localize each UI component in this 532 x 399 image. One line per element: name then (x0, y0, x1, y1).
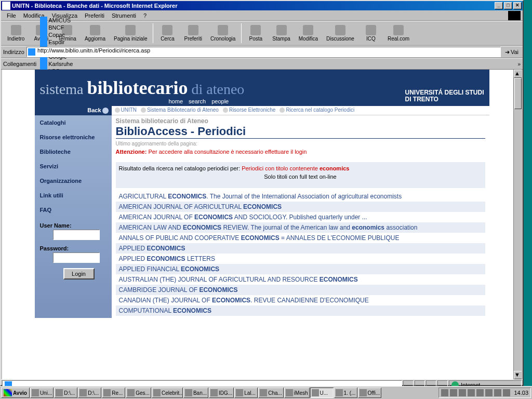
vertical-scrollbar[interactable]: ▲ ▼ (513, 70, 522, 379)
result-row[interactable]: CAMBRIDGE JOURNAL OF ECONOMICS (116, 285, 485, 295)
toolbar-posta[interactable]: Posta (243, 24, 268, 43)
toolbar-preferiti[interactable]: Preferiti (180, 24, 206, 43)
tray-icon[interactable] (459, 389, 466, 396)
scroll-down-button[interactable]: ▼ (514, 371, 522, 379)
link-bncf[interactable]: BNCF (38, 24, 76, 31)
task-button[interactable]: Ban... (183, 388, 208, 398)
link-espdir[interactable]: Espdir (38, 38, 76, 46)
go-button[interactable]: ➜ Vai (503, 49, 521, 56)
nav-people[interactable]: people (211, 98, 229, 104)
breadcrumb-item[interactable]: Risorse Elettroniche (229, 107, 275, 113)
nav-search[interactable]: search (189, 98, 206, 104)
toolbar-pagina iniziale[interactable]: Pagina iniziale (110, 24, 152, 43)
task-button[interactable]: 1. (... (334, 388, 357, 398)
link-karlsruhe[interactable]: Karlsruhe (38, 60, 76, 68)
task-button[interactable]: Re... (102, 388, 125, 398)
task-button[interactable]: Celebrit... (152, 388, 183, 398)
task-button[interactable]: Offi... (358, 388, 382, 398)
login-button[interactable]: Login (63, 268, 95, 280)
tray-icon[interactable] (468, 389, 475, 396)
tray-icon[interactable] (503, 389, 510, 396)
task-button[interactable]: iMesh (284, 388, 310, 398)
task-button[interactable]: Uni... (30, 388, 54, 398)
task-button[interactable]: Lal... (234, 388, 258, 398)
back-link[interactable]: Back (35, 106, 112, 115)
maximize-button[interactable]: □ (504, 2, 512, 9)
tray-icon[interactable] (485, 389, 493, 396)
scroll-up-button[interactable]: ▲ (514, 70, 522, 78)
menu-file[interactable]: File (3, 11, 20, 20)
breadcrumb-item[interactable]: Sistema Bibliotecario di Ateneo (147, 107, 219, 113)
toolbar-cronologia[interactable]: Cronologia (206, 24, 240, 43)
task-button[interactable]: D:\... (54, 388, 77, 398)
toolbar-modifica[interactable]: Modifica (295, 24, 322, 43)
result-row[interactable]: APPLIED ECONOMICS LETTERS (116, 254, 485, 264)
toolbar-cerca[interactable]: Cerca (155, 24, 180, 43)
tray-icon[interactable] (494, 389, 501, 396)
toolbar-discussione[interactable]: Discussione (322, 24, 358, 43)
link-icon (40, 38, 47, 46)
sidebar-item-organizzazione[interactable]: Organizzazione (35, 174, 112, 188)
sidebar-item-servizi[interactable]: Servizi (35, 159, 112, 174)
task-icon (236, 389, 243, 396)
menu-strumenti[interactable]: Strumenti (108, 11, 140, 20)
result-row[interactable]: CANADIAN (THE) JOURNAL OF ECONOMICS. REV… (116, 295, 485, 305)
tray-icon[interactable] (450, 389, 457, 396)
toolbar-indietro[interactable]: Indietro (3, 24, 29, 43)
link-icon (40, 60, 47, 68)
task-button[interactable]: Cha... (258, 388, 284, 398)
toolbar-aggiorna[interactable]: Aggiorna (81, 24, 110, 43)
icq-icon (366, 25, 376, 35)
link-copac[interactable]: Copac (38, 31, 76, 38)
result-row[interactable]: APPLIED FINANCIAL ECONOMICS (116, 264, 485, 274)
link-amicus[interactable]: AMICUS (38, 17, 76, 24)
username-input[interactable] (53, 230, 100, 240)
scroll-thumb[interactable] (514, 78, 522, 109)
toolbar-real.com[interactable]: Real.com (383, 24, 414, 43)
pagina iniziale-icon (125, 25, 136, 35)
result-row[interactable]: AMERICAN JOURNAL OF ECONOMICS AND SOCIOL… (116, 212, 485, 222)
breadcrumb-item[interactable]: UNITN (121, 107, 137, 113)
sidebar-item-biblioteche[interactable]: Biblioteche (35, 144, 112, 159)
task-button[interactable]: D:\... (78, 388, 101, 398)
result-row[interactable]: APPLIED ECONOMICS (116, 243, 485, 254)
toolbar-icq[interactable]: ICQ (358, 24, 383, 43)
toolbar-stampa[interactable]: Stampa (268, 24, 294, 43)
task-icon (312, 389, 319, 396)
task-button[interactable]: U... (310, 388, 334, 398)
tray-icon[interactable] (441, 389, 448, 396)
indietro-icon (11, 25, 21, 35)
task-icon (153, 389, 161, 396)
sidebar-item-risorse-elettroniche[interactable]: Risorse elettroniche (35, 130, 112, 144)
address-input[interactable]: http://www.biblio.unitn.it/Periodici/ric… (26, 47, 501, 57)
aggiorna-icon (90, 25, 100, 35)
sidebar-item-cataloghi[interactable]: Cataloghi (35, 115, 112, 130)
tray-icon[interactable] (476, 389, 484, 396)
links-overflow[interactable]: » (517, 61, 521, 67)
sidebar-item-faq[interactable]: FAQ (35, 203, 112, 217)
result-row[interactable]: ANNALS OF PUBLIC AND COOPERATIVE ECONOMI… (116, 233, 485, 243)
sidebar-item-link-utili[interactable]: Link utili (35, 188, 112, 203)
breadcrumb-item[interactable]: Ricerca nel catalogo Periodici (286, 107, 354, 113)
result-row[interactable]: AMERICAN JOURNAL OF AGRICULTURAL ECONOMI… (116, 202, 485, 212)
menu-help[interactable]: ? (140, 11, 150, 20)
minimize-button[interactable]: _ (495, 2, 503, 9)
address-url: http://www.biblio.unitn.it/Periodici/ric… (37, 47, 150, 54)
menu-preferiti[interactable]: Preferiti (81, 11, 108, 20)
close-button[interactable]: ✕ (513, 2, 522, 9)
task-button[interactable]: IDG... (209, 388, 234, 398)
ie-logo (508, 11, 521, 20)
start-button[interactable]: Avvio (1, 388, 30, 398)
posta-icon (250, 25, 261, 35)
password-input[interactable] (53, 252, 100, 263)
result-row[interactable]: COMPUTATIONAL ECONOMICS (116, 305, 485, 316)
result-row[interactable]: AGRICULTURAL ECONOMICS. The Journal of t… (116, 191, 485, 202)
result-row[interactable]: AMERICAN LAW AND ECONOMICS REVIEW. The j… (116, 222, 485, 233)
nav-home[interactable]: home (169, 98, 183, 104)
search-summary: Risultato della ricerca nel catalogo per… (116, 162, 485, 188)
go-icon: ➜ (505, 49, 510, 56)
result-row[interactable]: AUSTRALIAN (THE) JOURNAL OF AGRICULTURAL… (116, 274, 485, 285)
clock[interactable]: 14.03 (514, 390, 528, 396)
task-button[interactable]: Ges... (126, 388, 151, 398)
toolbar: IndietroAvantiTerminaAggiornaPagina iniz… (1, 21, 523, 46)
